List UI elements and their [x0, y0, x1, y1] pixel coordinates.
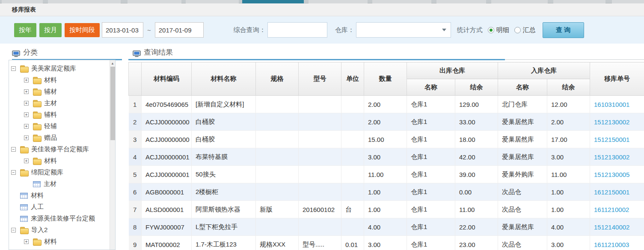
transfer-order-link[interactable]: 1612150001	[594, 188, 629, 196]
expand-icon[interactable]: +	[24, 89, 29, 94]
table-row[interactable]: 8FYWJ000007L型下柜免拉手4.00仓库122.00爱巢居然库4.001…	[129, 218, 644, 236]
transfer-order-link[interactable]: 1610310001	[594, 101, 629, 108]
filter-bar: 按年 按月 按时间段 ~ 综合查询： 仓库： 统计方式 明细汇总 查 询	[0, 16, 644, 44]
table-row[interactable]: 14e0705469065[新增自定义材料]2.00仓库1129.00北门仓库1…	[129, 96, 644, 113]
table-icon	[20, 204, 28, 210]
transfer-order-link[interactable]: 1611210002	[594, 206, 629, 213]
tree-item[interactable]: 人工	[9, 201, 115, 213]
cell-code: FYWJ000007	[142, 218, 192, 236]
tab[interactable]	[491, 0, 548, 3]
stat-radio-1[interactable]	[514, 27, 521, 33]
expand-icon[interactable]: +	[24, 239, 29, 244]
tree-item[interactable]: +辅材	[9, 86, 115, 97]
stat-radio-0[interactable]	[488, 27, 494, 33]
cell-unit	[341, 218, 364, 236]
search-button[interactable]: 查 询	[543, 22, 584, 38]
table-row[interactable]: 3ACJJ00000000白桶胶15.00仓库118.00爱巢居然库17.001…	[129, 131, 644, 148]
table-row[interactable]: 6AGB00000012楼橱柜1.00仓库10.00次品仓1.001612150…	[129, 183, 644, 201]
table-row[interactable]: 9MAT0000021.7-木工板123规格XXX型号.....0.013.00…	[129, 236, 644, 250]
transfer-order-link[interactable]: 1512130005	[594, 171, 629, 178]
by-period-button[interactable]: 按时间段	[65, 23, 100, 37]
tab[interactable]	[186, 0, 239, 3]
tab[interactable]	[48, 0, 121, 3]
row-seq: 9	[129, 236, 142, 250]
cell-unit	[341, 148, 364, 166]
tree-item[interactable]: +辅料	[9, 109, 115, 121]
tree-item[interactable]: +材料	[9, 74, 115, 86]
tab[interactable]	[612, 0, 644, 3]
tab[interactable]	[309, 0, 368, 3]
tree-item[interactable]: 材料	[9, 190, 115, 201]
tab[interactable]	[372, 0, 431, 3]
cell-in_balance: 17.00	[547, 131, 590, 148]
tree-item[interactable]: −美佳装修平台定额库	[9, 144, 115, 155]
stat-radio-group: 明细汇总	[483, 26, 536, 34]
tree-item[interactable]: 主材	[9, 178, 115, 190]
transfer-order-link[interactable]: 1512130002	[594, 118, 629, 126]
collapse-icon[interactable]: −	[11, 66, 16, 71]
category-panel: 分类 −美美家居定额库+材料+辅材+主材+辅料+轻辅+赠品−美佳装修平台定额库+…	[0, 44, 128, 250]
expand-icon[interactable]: +	[24, 101, 29, 106]
scrollbar-thumb[interactable]	[110, 67, 115, 140]
expand-icon[interactable]: +	[24, 112, 29, 117]
folder-icon	[20, 169, 28, 176]
scroll-up-icon[interactable]: ▲	[110, 60, 115, 66]
cell-unit	[341, 183, 364, 201]
tab[interactable]	[436, 0, 486, 3]
cell-order-no: 1612150001	[590, 183, 644, 201]
tree-item[interactable]: −绵阳定额库	[9, 167, 115, 178]
by-month-button[interactable]: 按月	[39, 23, 62, 37]
tree-item[interactable]: +材料	[9, 236, 115, 247]
tree-item[interactable]: −导入2	[9, 224, 115, 236]
combined-query-input[interactable]	[267, 22, 327, 38]
tab[interactable]	[2, 0, 43, 3]
tree-item[interactable]: +材料	[9, 155, 115, 167]
transfer-order-link[interactable]: 1611210003	[594, 241, 629, 248]
tree-item[interactable]: +轻辅	[9, 121, 115, 132]
date-from-input[interactable]	[102, 22, 143, 38]
transfer-order-link[interactable]: 1512130002	[594, 153, 629, 161]
tree-item[interactable]: −美美家居定额库	[9, 63, 115, 74]
cell-code: AGB0000001	[142, 183, 192, 201]
table-row[interactable]: 5ACJJ0000000150接头11.00仓库139.00爱巢外购库11.00…	[129, 166, 644, 183]
tree-item-label: 导入2	[31, 226, 47, 234]
tree-item[interactable]: +赠品	[9, 132, 115, 144]
cell-order-no: 1512130005	[590, 166, 644, 183]
expand-icon[interactable]: +	[24, 135, 29, 140]
table-row[interactable]: 4ACJJ00000001布菜特基膜3.00仓库142.00爱巢居然库3.001…	[129, 148, 644, 166]
cell-out_name: 仓库1	[407, 236, 455, 250]
collapse-icon[interactable]: −	[11, 228, 16, 232]
row-seq: 1	[129, 96, 142, 113]
collapse-icon[interactable]: −	[11, 147, 16, 152]
warehouse-select[interactable]	[356, 22, 451, 38]
cell-order-no: 1512150001	[590, 131, 644, 148]
cell-qty: 2.00	[364, 113, 407, 131]
tab[interactable]	[553, 0, 605, 3]
cell-name: 2楼橱柜	[192, 183, 256, 201]
tree-item-label: 主材	[44, 99, 57, 107]
tree-scrollbar[interactable]: ▲	[110, 60, 115, 250]
cell-name: 白桶胶	[192, 113, 256, 131]
table-icon	[20, 193, 28, 199]
transfer-order-link[interactable]: 1512140002	[594, 224, 629, 231]
col-model: 型号	[299, 62, 341, 96]
tab[interactable]	[128, 0, 181, 3]
collapse-icon[interactable]: −	[11, 170, 16, 175]
tree-item[interactable]: +主材	[9, 97, 115, 109]
table-row[interactable]: 2ACJJ00000000白桶胶2.00仓库133.00爱巢居然库2.00151…	[129, 113, 644, 131]
by-year-button[interactable]: 按年	[14, 23, 36, 37]
expand-icon[interactable]: +	[24, 124, 29, 129]
cell-in_balance: 2.00	[547, 113, 590, 131]
cell-model	[299, 131, 341, 148]
transfer-order-link[interactable]: 1512150001	[594, 136, 629, 143]
tree-item[interactable]: 来源美佳装修平台定额	[9, 213, 115, 224]
table-row[interactable]: 7ALSD000001阿里斯顿热水器新版201600102台1.00仓库111.…	[129, 201, 644, 218]
tree-item-label: 材料	[44, 76, 57, 84]
col-in-name: 名称	[498, 79, 547, 96]
expand-icon[interactable]: +	[24, 78, 29, 82]
expand-icon[interactable]: +	[24, 159, 29, 163]
cell-out_name: 仓库1	[407, 148, 455, 166]
cell-out_balance: 23.00	[455, 236, 498, 250]
date-to-input[interactable]	[155, 22, 204, 38]
active-tab[interactable]	[242, 0, 304, 3]
